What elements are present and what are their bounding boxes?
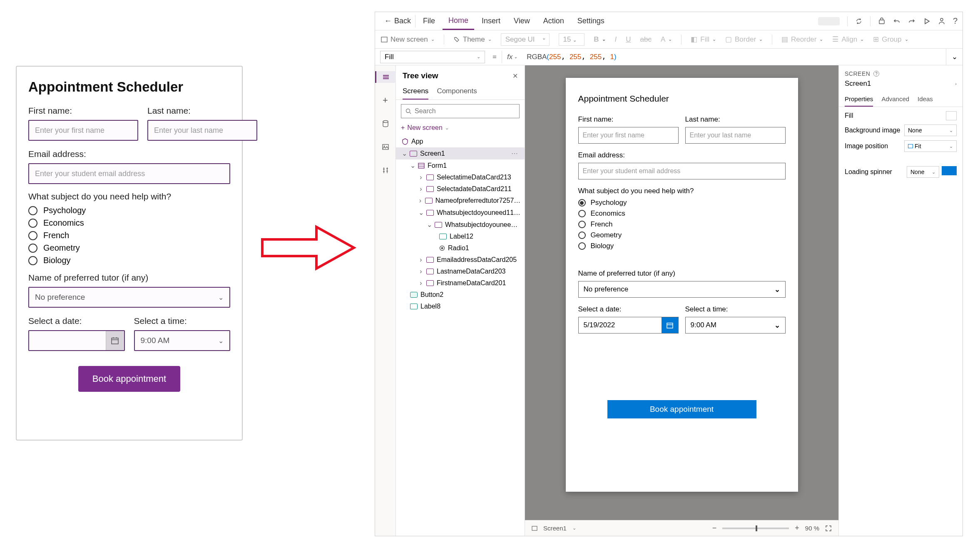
tutor-select[interactable]: No preference ⌄ [578, 281, 786, 298]
tree-node[interactable]: ⌄Whatsubjectdoyouneed1124Vertical [396, 219, 525, 231]
canvas-stage[interactable]: Appointment Scheduler First name: Last n… [525, 65, 838, 520]
tree-search-input[interactable]: Search [401, 104, 520, 118]
tree-node[interactable]: ›Nameofpreferredtutor7257DataCard209 [396, 195, 525, 207]
tab-screens[interactable]: Screens [403, 84, 428, 100]
tools-icon[interactable] [380, 164, 391, 176]
bold-button[interactable]: B ⌄ [594, 35, 605, 44]
imgpos-select[interactable]: Fit⌄ [904, 140, 957, 152]
user-badge[interactable] [818, 17, 840, 25]
menu-action[interactable]: Action [537, 12, 570, 30]
menu-settings[interactable]: Settings [572, 12, 610, 30]
fill-button[interactable]: ◧Fill⌄ [691, 35, 716, 44]
tree-view-icon[interactable] [375, 71, 396, 83]
info-icon[interactable]: ? [873, 71, 879, 77]
menu-insert[interactable]: Insert [476, 12, 506, 30]
radio-option[interactable]: Biology [28, 256, 230, 265]
radio-option[interactable]: Economics [28, 218, 230, 228]
calendar-icon[interactable] [106, 331, 124, 350]
tree-node-screen1[interactable]: ⌄Screen1⋯ [396, 147, 525, 159]
time-select[interactable]: 9:00 AM ⌄ [134, 330, 231, 351]
email-input[interactable] [28, 163, 230, 184]
spinner-select[interactable]: None⌄ [907, 166, 939, 178]
tree-node[interactable]: ›SelectatimeDataCard213 [396, 172, 525, 183]
fx-label[interactable]: fx⌄ [502, 51, 522, 63]
tree-node[interactable]: Radio1 [396, 242, 525, 254]
radio-option[interactable]: French [28, 231, 230, 240]
italic-button[interactable]: I [615, 35, 617, 44]
date-picker[interactable]: 5/19/2022 [578, 317, 679, 333]
tab-advanced[interactable]: Advanced [881, 92, 909, 107]
reorder-button[interactable]: ▤Reorder⌄ [781, 35, 823, 44]
more-icon[interactable]: ⋯ [511, 149, 521, 157]
zoom-out-button[interactable]: − [712, 524, 717, 533]
radio-option[interactable]: Economics [578, 209, 786, 218]
book-appointment-button[interactable]: Book appointment [78, 366, 180, 392]
border-button[interactable]: ▢Border⌄ [725, 35, 763, 44]
tab-components[interactable]: Components [437, 84, 477, 100]
zoom-in-button[interactable]: + [795, 524, 799, 533]
group-button[interactable]: ⊞Group⌄ [873, 35, 908, 44]
checker-icon[interactable] [878, 17, 885, 25]
radio-option[interactable]: Psychology [578, 199, 786, 207]
publish-icon[interactable] [938, 17, 945, 25]
tree-node[interactable]: ›EmailaddressDataCard205 [396, 254, 525, 266]
tree-node[interactable]: ›SelectadateDataCard211 [396, 183, 525, 195]
tutor-select[interactable]: No preference ⌄ [28, 287, 230, 308]
date-picker[interactable] [28, 330, 125, 351]
radio-option[interactable]: Biology [578, 242, 786, 250]
tree-node-form1[interactable]: ⌄Form1 [396, 159, 525, 172]
tree-node[interactable]: ›FirstnameDataCard201 [396, 277, 525, 289]
tree-node[interactable]: Label8 [396, 301, 525, 312]
bgimage-select[interactable]: None⌄ [904, 124, 957, 136]
new-screen-button[interactable]: +New screen⌄ [401, 124, 520, 132]
align-button[interactable]: ☰Align⌄ [832, 35, 864, 44]
last-name-input[interactable] [685, 127, 786, 144]
font-size-select[interactable]: 15 ⌄ [559, 33, 585, 46]
media-icon[interactable] [380, 141, 391, 153]
underline-button[interactable]: U [626, 35, 631, 44]
menu-view[interactable]: View [508, 12, 536, 30]
email-input[interactable] [578, 163, 786, 179]
chevron-right-icon[interactable]: › [955, 81, 957, 86]
book-appointment-button[interactable]: Book appointment [607, 400, 756, 418]
time-select[interactable]: 9:00 AM ⌄ [685, 317, 786, 333]
menu-file[interactable]: File [417, 12, 441, 30]
tree-node[interactable]: ›LastnameDataCard203 [396, 266, 525, 277]
expand-formula-button[interactable]: ⌄ [946, 49, 963, 65]
fit-to-window-button[interactable] [825, 525, 832, 532]
first-name-input[interactable] [28, 120, 138, 141]
radio-option[interactable]: Geometry [28, 243, 230, 253]
theme-button[interactable]: Theme⌄ [453, 35, 492, 44]
radio-option[interactable]: French [578, 220, 786, 229]
data-icon[interactable] [380, 118, 391, 129]
tree-node[interactable]: ⌄Whatsubjectdoyouneed1124DataCard207 [396, 207, 525, 219]
app-screen[interactable]: Appointment Scheduler First name: Last n… [566, 78, 798, 492]
close-icon[interactable]: ✕ [512, 72, 518, 80]
font-color-button[interactable]: A ⌄ [661, 35, 672, 44]
help-icon[interactable]: ? [953, 16, 958, 26]
back-button[interactable]: ←Back [380, 15, 415, 27]
spinner-color-picker[interactable] [942, 166, 957, 175]
first-name-input[interactable] [578, 127, 679, 144]
footer-screen-name[interactable]: Screen1 [543, 525, 567, 532]
tree-node[interactable]: Button2 [396, 289, 525, 301]
undo-icon[interactable] [893, 17, 900, 25]
calendar-icon[interactable] [662, 317, 678, 333]
tree-node[interactable]: Label12 [396, 231, 525, 242]
font-select[interactable]: Segoe UI⌄ [501, 33, 550, 46]
redo-icon[interactable] [908, 17, 915, 25]
property-select[interactable]: Fill⌄ [380, 51, 485, 63]
formula-input[interactable]: RGBA(255, 255, 255, 1) [522, 52, 946, 61]
radio-option[interactable]: Psychology [28, 206, 230, 215]
tab-properties[interactable]: Properties [845, 92, 873, 107]
tab-ideas[interactable]: Ideas [918, 92, 933, 107]
menu-home[interactable]: Home [443, 12, 474, 30]
play-icon[interactable] [923, 17, 930, 25]
zoom-slider[interactable] [722, 528, 789, 529]
share-icon[interactable] [855, 17, 863, 25]
strikethrough-button[interactable]: abc [640, 35, 652, 44]
new-screen-button[interactable]: New screen⌄ [381, 35, 435, 44]
fill-color-picker[interactable] [946, 111, 957, 120]
radio-option[interactable]: Geometry [578, 231, 786, 239]
last-name-input[interactable] [147, 120, 257, 141]
